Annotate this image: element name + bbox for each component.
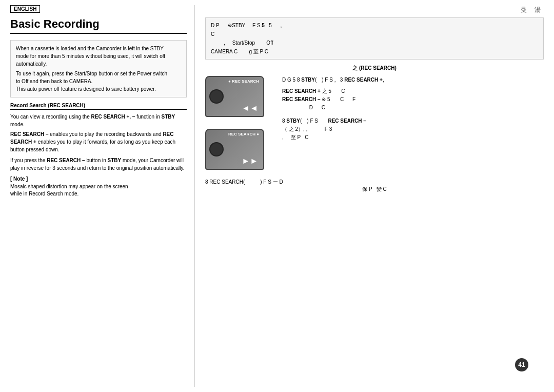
stby-line1: D P ※STBY F S 5 5 ,: [211, 21, 538, 30]
stby-line-a: 8 STBY( ) F S REC SEARCH –: [282, 117, 544, 125]
intro-line-6: This auto power off feature is designed …: [16, 85, 181, 93]
stby-line4: CAMERA C g 至 P C: [211, 47, 538, 56]
rec-search-content: You can view a recording using the REC S…: [10, 113, 187, 172]
stby-line-c: , 至 P C: [282, 133, 544, 142]
note-right-line2: 保 P 變 C: [205, 186, 544, 193]
intro-box: When a cassette is loaded and the Camcor…: [10, 40, 187, 97]
rec-right-line4: D C: [282, 104, 544, 112]
rec-right-line1: D G 5 8 STBY( ) F S , 3 REC SEARCH +,: [282, 76, 544, 84]
rec-search-right: 之 (REC SEARCH) ● REC SEARCH: [205, 65, 544, 193]
rec-search-header: Record Search (REC SEARCH): [10, 103, 187, 110]
diagram-col: ● REC SEARCH ◄◄ REC SEARCH ●: [205, 76, 272, 172]
page-container: ENGLISH Basic Recording When a cassette …: [0, 0, 554, 392]
left-column: ENGLISH Basic Recording When a cassette …: [10, 5, 195, 387]
note-text: Mosaic shaped distortion may appear on t…: [10, 183, 187, 198]
page-title: Basic Recording: [10, 17, 187, 34]
english-badge: ENGLISH: [10, 5, 40, 13]
diagrams-and-text: ● REC SEARCH ◄◄ REC SEARCH ●: [205, 76, 544, 172]
rec-right-line2: REC SEARCH + 之 5 C: [282, 87, 544, 95]
rec-right-line3: REC SEARCH – ※ 5 C F: [282, 95, 544, 104]
stby-line3: , Start/Stop Off: [211, 38, 538, 47]
intro-line-3: automatically.: [16, 60, 181, 68]
intro-line-4: To use it again, press the Start/Stop bu…: [16, 70, 181, 77]
intro-line-2: mode for more than 5 minutes without bei…: [16, 52, 181, 60]
camera-diagram-1: ● REC SEARCH ◄◄: [205, 76, 272, 120]
intro-line-5: to Off and then back to CAMERA.: [16, 77, 181, 85]
page-number: 41: [515, 358, 528, 371]
note-right: 8 REC SEARCH( ) F S ー D 保 P 變 C: [205, 179, 544, 193]
camera-diagram-2: REC SEARCH ● ►►: [205, 129, 272, 172]
stby-line2: C: [211, 30, 538, 38]
intro-line-1: When a cassette is loaded and the Camcor…: [16, 45, 181, 52]
right-text-col: D G 5 8 STBY( ) F S , 3 REC SEARCH +, RE…: [282, 76, 544, 172]
note-box: [ Note ] Mosaic shaped distortion may ap…: [10, 176, 187, 198]
note-header: [ Note ]: [10, 176, 187, 182]
stby-info-block: D P ※STBY F S 5 5 , C , Start/Stop Off C…: [205, 17, 544, 60]
chinese-top-chars: 曼 湯: [205, 5, 544, 14]
stby-section: 8 STBY( ) F S REC SEARCH – （ 之 2）, , F 3…: [282, 117, 544, 142]
note-right-line1: 8 REC SEARCH( ) F S ー D: [205, 179, 544, 186]
stby-line-b: （ 之 2）, , F 3: [282, 125, 544, 133]
rec-search-right-header: 之 (REC SEARCH): [205, 65, 544, 72]
right-column: 曼 湯 D P ※STBY F S 5 5 , C , Start/Stop O…: [195, 5, 544, 387]
